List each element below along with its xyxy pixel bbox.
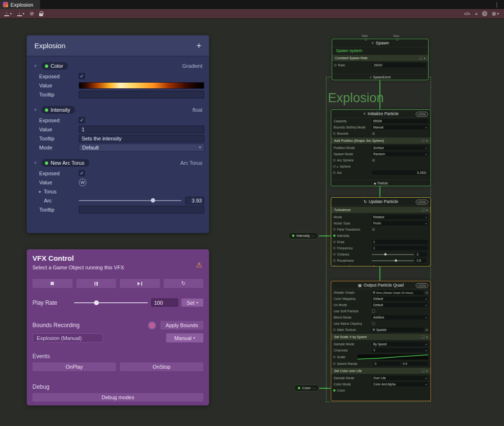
intensity-value-input[interactable] — [79, 126, 204, 133]
arc-value-field[interactable]: 3.93 — [185, 197, 204, 204]
rate-field[interactable]: 25000 — [372, 63, 426, 67]
frequency-port[interactable] — [333, 247, 336, 249]
foldout-open-icon[interactable]: ▿ — [32, 160, 38, 165]
block-collapse-icon[interactable]: ▾ — [426, 369, 428, 373]
mode-dropdown[interactable]: Relative ▾ — [372, 215, 428, 219]
sphere-port[interactable] — [333, 165, 336, 168]
speed-min-field[interactable]: 0 — [373, 362, 400, 366]
apply-bounds-button[interactable]: Apply Bounds — [160, 321, 203, 330]
property-pill-color[interactable]: Color — [42, 62, 68, 70]
channels-dropdown[interactable]: Y ▾ — [372, 348, 428, 352]
block-enabled-checkbox[interactable]: ✓ — [421, 139, 425, 142]
roughness-port[interactable] — [333, 259, 336, 262]
foldout-open-icon[interactable]: ▿ — [32, 64, 38, 68]
speed-max-field[interactable]: 0.4 — [401, 362, 428, 366]
property-pill-arc-torus[interactable]: New Arc Torus — [42, 159, 89, 167]
collapse-chevron-icon[interactable]: ‹ › — [313, 387, 315, 390]
arc-field[interactable]: 6.2831 — [372, 170, 428, 175]
window-menu-icon[interactable]: ⋮ — [490, 1, 504, 8]
save-button[interactable]: ↓ ▾ — [2, 10, 14, 18]
use-soft-particle-checkbox[interactable] — [372, 309, 375, 313]
lock-button[interactable] — [37, 10, 45, 18]
exposed-checkbox[interactable]: ✓ — [79, 170, 85, 176]
uv-mode-dropdown[interactable]: Default ▾ — [372, 303, 428, 307]
main-texture-field[interactable]: Sparkle — [371, 328, 424, 332]
block-collapse-icon[interactable]: ▾ — [424, 56, 425, 60]
tooltip-input[interactable] — [79, 91, 204, 98]
play-rate-slider[interactable] — [74, 302, 148, 303]
block-set-color-over-life[interactable]: Set Color over Life ✓ ▾ — [331, 368, 430, 374]
initialize-particle-node[interactable]: ⚡ Initialize Particle LOCAL Capacity 655… — [331, 109, 431, 186]
step-button[interactable] — [120, 279, 160, 288]
parameter-node-color[interactable]: Color ‹ › — [294, 384, 319, 392]
play-rate-slider-handle[interactable] — [94, 300, 99, 305]
arc-slider-handle[interactable] — [151, 198, 155, 202]
color-port-connected[interactable] — [333, 389, 336, 392]
rate-port[interactable] — [334, 64, 336, 66]
property-color[interactable]: ▿ Color Gradient — [32, 60, 204, 72]
main-texture-port[interactable] — [333, 329, 336, 331]
octaves-field[interactable]: 3 — [415, 252, 427, 256]
options-dropdown[interactable]: ▾ — [492, 12, 499, 16]
bounds-port[interactable] — [333, 132, 336, 135]
shader-graph-field[interactable]: None (Shader Graph Vfx Asset) — [371, 290, 424, 295]
system-label[interactable]: Explosion — [328, 91, 384, 106]
update-particle-node[interactable]: ↻ Update Particle LOCAL Turbulence ✓ ▾ M… — [331, 197, 431, 266]
restart-button[interactable]: ↻ — [164, 279, 204, 288]
particle-output[interactable]: ◆ Particle — [331, 180, 430, 186]
scale-curve-field[interactable] — [357, 354, 428, 360]
arc-sphere-port[interactable] — [333, 159, 336, 161]
property-intensity[interactable]: ▿ Intensity float — [32, 104, 204, 116]
spawn-event-output[interactable]: ⚡ SpawnEvent — [332, 74, 428, 80]
noise-type-dropdown[interactable]: Perlin ▾ — [372, 221, 428, 225]
intensity-port-connected[interactable] — [333, 234, 336, 237]
block-enabled-checkbox[interactable]: ✓ — [421, 335, 425, 339]
color-mapping-dropdown[interactable]: Default ▾ — [372, 297, 428, 301]
help-icon[interactable]: ? — [482, 11, 487, 16]
block-enabled-checkbox[interactable]: ✓ — [421, 208, 425, 212]
save-as-button[interactable]: ↓ ▾ — [15, 10, 27, 18]
capacity-field[interactable]: 65536 — [372, 119, 428, 123]
onstop-button[interactable]: OnStop — [120, 362, 203, 371]
lacunarity-port[interactable] — [333, 266, 336, 266]
bounds-setting-mode-dropdown[interactable]: Manual ▾ — [372, 125, 428, 129]
set-play-rate-button[interactable]: Set ▾ — [181, 298, 203, 307]
block-collapse-icon[interactable]: ▾ — [426, 208, 428, 212]
drag-field[interactable]: 1 — [372, 240, 428, 244]
onplay-button[interactable]: OnPlay — [32, 362, 116, 371]
save-as-dropdown-arrow-icon[interactable]: ▾ — [23, 12, 25, 16]
arc-slider[interactable] — [79, 200, 181, 201]
object-picker-icon[interactable]: ⊙ — [425, 291, 428, 295]
color-mode-dropdown[interactable]: Color And Alpha ▾ — [372, 382, 428, 386]
record-bounds-button[interactable] — [148, 321, 156, 330]
block-add-position[interactable]: Add Position (Shape: Arc Sphere) ✓ ▾ — [331, 138, 430, 144]
block-turbulence[interactable]: Turbulence ✓ ▾ — [331, 207, 430, 213]
debug-modes-button[interactable]: Debug modes — [32, 393, 203, 402]
position-mode-dropdown[interactable]: Surface ▾ — [372, 146, 428, 150]
tab-explosion[interactable]: Explosion — [0, 0, 40, 9]
parameter-node-intensity[interactable]: Intensity ‹ › — [288, 232, 318, 239]
block-set-scale-x-by-speed[interactable]: Set Scale X by Speed ✓ ▾ — [331, 334, 430, 340]
roughness-slider[interactable] — [372, 260, 414, 261]
drag-port[interactable] — [333, 241, 336, 243]
block-enabled-checkbox[interactable]: ✓ — [419, 56, 422, 60]
code-view-icon[interactable]: </> — [464, 11, 470, 16]
pause-button[interactable] — [76, 279, 116, 288]
sliders-icon[interactable]: ≡ — [475, 11, 477, 16]
target-system-field[interactable]: Explosion (Manual) — [32, 333, 103, 342]
frequency-field[interactable]: 1 — [372, 246, 428, 250]
bounds-mode-dropdown[interactable]: Manual ▾ — [166, 333, 203, 342]
spawn-node[interactable]: Start Stop ⚡ Spawn Spawn system Constant… — [332, 39, 429, 80]
octaves-port[interactable] — [333, 253, 336, 256]
toggle-link-button[interactable]: ⊘ — [28, 10, 36, 18]
block-collapse-icon[interactable]: ▾ — [426, 335, 428, 339]
play-rate-input[interactable] — [151, 298, 178, 307]
scale-port[interactable] — [333, 356, 336, 358]
save-dropdown-arrow-icon[interactable]: ▾ — [10, 12, 12, 16]
roughness-field[interactable]: 0.5 — [415, 258, 427, 263]
sample-mode-dropdown[interactable]: By Speed ▾ — [372, 342, 428, 346]
stop-button[interactable] — [32, 279, 73, 288]
arc-port[interactable] — [333, 171, 336, 174]
speed-range-port[interactable] — [333, 362, 336, 365]
field-transform-port[interactable] — [333, 228, 336, 231]
